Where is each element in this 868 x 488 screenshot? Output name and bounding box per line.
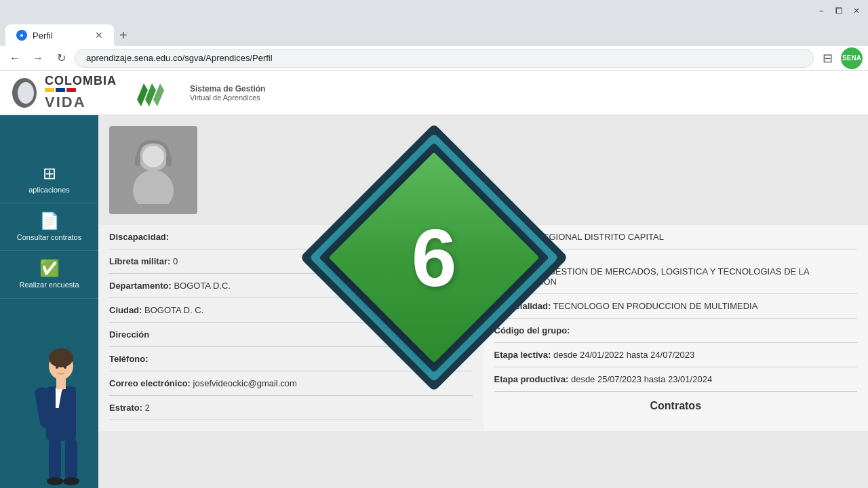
libreta-label: Libreta militar: bbox=[109, 256, 170, 266]
svg-point-17 bbox=[64, 366, 66, 369]
red-bar bbox=[66, 88, 76, 92]
tab-favicon-icon: ● bbox=[16, 30, 27, 41]
sidebar-applications-label: aplicaciones bbox=[28, 186, 70, 195]
svg-marker-3 bbox=[145, 83, 156, 106]
sidebar-toggle-button[interactable]: ⊟ bbox=[818, 49, 837, 68]
svg-marker-4 bbox=[153, 83, 164, 106]
diamond-number: 6 bbox=[412, 217, 457, 298]
address-bar-row: ← → ↻ ⊟ SENA bbox=[0, 46, 868, 70]
estrato-field: Estrato: 2 bbox=[109, 396, 473, 420]
character-area bbox=[0, 339, 98, 488]
correo-label: Correo electrónico: bbox=[109, 378, 191, 388]
libreta-value: 0 bbox=[173, 256, 178, 266]
svg-rect-22 bbox=[166, 155, 172, 166]
sidebar-contracts-label: Consultar contratos bbox=[17, 233, 81, 242]
codigo-field: Código del grupo: bbox=[494, 319, 858, 343]
title-bar: − ⧠ ✕ bbox=[0, 0, 868, 22]
sgva-subtitle: Virtual de Aprendices bbox=[190, 94, 265, 102]
tab-bar: ● Perfil ✕ + bbox=[0, 22, 868, 46]
extensions-area: ⊟ SENA bbox=[818, 47, 863, 69]
active-tab[interactable]: ● Perfil ✕ bbox=[5, 24, 114, 46]
etapa-productiva-value: desde 25/07/2023 hasta 23/01/2024 bbox=[571, 374, 712, 384]
sidebar-survey-label: Realizar encuesta bbox=[19, 281, 79, 289]
ciudad-value: BOGOTA D. C. bbox=[144, 305, 203, 315]
contracts-icon: 📄 bbox=[39, 211, 60, 230]
svg-point-14 bbox=[63, 477, 79, 485]
window-controls: − ⧠ ✕ bbox=[815, 5, 863, 17]
svg-point-13 bbox=[47, 477, 63, 485]
especialidad-field: Especialidad: TECNOLOGO EN PRODUCCION DE… bbox=[494, 294, 858, 319]
profile-button[interactable]: SENA bbox=[841, 47, 863, 69]
correo-value: josefvideockic@gmail.com bbox=[193, 378, 297, 388]
departamento-label: Departamento: bbox=[109, 281, 172, 291]
sidebar-item-survey[interactable]: ✅ Realizar encuesta bbox=[0, 251, 98, 298]
departamento-value: BOGOTA D.C. bbox=[174, 281, 231, 291]
svg-point-16 bbox=[56, 366, 58, 369]
regional-value: REGIONAL DISTRITO CAPITAL bbox=[536, 232, 664, 242]
sena-logo: SENA bbox=[842, 55, 861, 62]
svg-point-6 bbox=[49, 348, 73, 367]
survey-icon: ✅ bbox=[39, 259, 60, 278]
applications-icon: ⊞ bbox=[43, 164, 56, 183]
ciudad-label: Ciudad: bbox=[109, 305, 142, 315]
svg-marker-2 bbox=[137, 83, 148, 106]
blue-bar bbox=[56, 88, 65, 92]
telefono-label: Teléfono: bbox=[109, 354, 149, 364]
svg-rect-15 bbox=[56, 378, 66, 389]
back-button[interactable]: ← bbox=[5, 49, 24, 68]
character-svg bbox=[0, 339, 98, 488]
svg-point-1 bbox=[18, 82, 34, 104]
sena-chevron-logo bbox=[130, 74, 165, 112]
etapa-productiva-field: Etapa productiva: desde 25/07/2023 hasta… bbox=[494, 367, 858, 392]
colombia-vida-text: COLOMBIA VIDA bbox=[45, 75, 117, 111]
refresh-button[interactable]: ↻ bbox=[52, 49, 71, 68]
sgva-title: Sistema de Gestión bbox=[190, 84, 265, 94]
colombia-label: COLOMBIA bbox=[45, 75, 117, 87]
diamond-overlay: 6 bbox=[326, 149, 542, 366]
yellow-bar bbox=[45, 88, 54, 92]
sidebar-item-contracts[interactable]: 📄 Consultar contratos bbox=[0, 203, 98, 251]
discapacidad-label: Discapacidad: bbox=[109, 232, 169, 242]
sidebar: ⊞ aplicaciones 📄 Consultar contratos ✅ R… bbox=[0, 115, 98, 488]
color-bars bbox=[45, 88, 117, 92]
maximize-button[interactable]: ⧠ bbox=[833, 5, 845, 17]
svg-point-19 bbox=[133, 170, 174, 204]
minimize-button[interactable]: − bbox=[815, 5, 827, 17]
estrato-value: 2 bbox=[145, 403, 150, 413]
etapa-lectiva-value: desde 24/01/2022 hasta 24/07/2023 bbox=[553, 350, 694, 360]
sidebar-item-applications[interactable]: ⊞ aplicaciones bbox=[0, 156, 98, 203]
colombia-c-logo bbox=[11, 76, 38, 110]
browser-chrome: − ⧠ ✕ ● Perfil ✕ + ← → ↻ ⊟ SENA bbox=[0, 0, 868, 70]
sgva-text: Sistema de Gestión Virtual de Aprendices bbox=[190, 84, 265, 102]
especialidad-value: TECNOLOGO EN PRODUCCION DE MULTIMEDIA bbox=[553, 301, 758, 311]
svg-point-20 bbox=[142, 146, 164, 167]
avatar-svg bbox=[119, 136, 187, 204]
etapa-lectiva-field: Etapa lectiva: desde 24/01/2022 hasta 24… bbox=[494, 343, 858, 367]
new-tab-button[interactable]: + bbox=[114, 28, 133, 43]
page-wrapper: COLOMBIA VIDA Sistema de Gestión Virtual bbox=[0, 70, 868, 488]
profile-photo bbox=[109, 126, 197, 214]
svg-rect-21 bbox=[135, 155, 140, 166]
direccion-label: Dirección bbox=[109, 329, 149, 340]
svg-rect-11 bbox=[49, 439, 61, 480]
tab-title: Perfil bbox=[33, 30, 53, 41]
contratos-header: Contratos bbox=[494, 392, 858, 420]
estrato-label: Estrato: bbox=[109, 403, 142, 413]
vida-label: VIDA bbox=[45, 94, 117, 111]
address-input[interactable] bbox=[75, 49, 814, 68]
etapa-productiva-label: Etapa productiva: bbox=[494, 374, 569, 384]
sena-chevron-svg bbox=[130, 74, 165, 109]
tab-close-button[interactable]: ✕ bbox=[95, 30, 103, 41]
svg-rect-12 bbox=[65, 439, 77, 480]
forward-button[interactable]: → bbox=[28, 49, 47, 68]
diamond-container: 6 bbox=[326, 149, 542, 366]
site-header: COLOMBIA VIDA Sistema de Gestión Virtual bbox=[0, 70, 868, 115]
close-button[interactable]: ✕ bbox=[850, 5, 863, 17]
